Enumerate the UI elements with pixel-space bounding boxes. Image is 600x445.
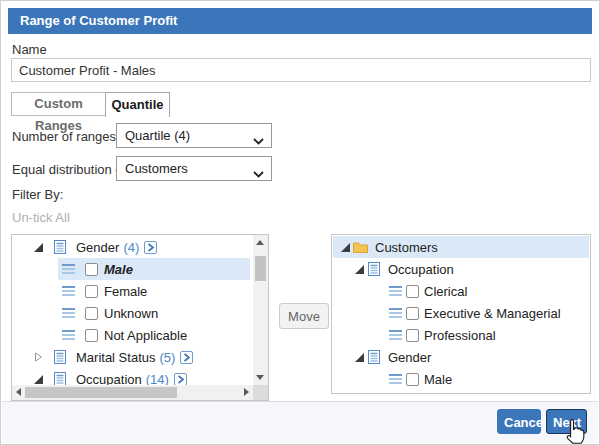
dropdown-chevron-icon xyxy=(253,133,264,148)
scroll-up-icon[interactable] xyxy=(256,240,264,245)
name-input[interactable] xyxy=(11,58,591,82)
checkbox[interactable] xyxy=(406,329,419,342)
drag-handle-icon[interactable] xyxy=(389,374,402,384)
equal-distribution-label: Equal distribution of xyxy=(12,162,126,177)
dimension-list-icon xyxy=(54,350,66,364)
tree-item-male-selected[interactable]: Male xyxy=(332,368,590,390)
mouse-cursor xyxy=(564,418,586,445)
tree-item-label: Not Applicable xyxy=(104,328,187,343)
expand-arrow-icon[interactable] xyxy=(180,351,193,364)
checkbox[interactable] xyxy=(85,329,98,342)
dialog-title: Range of Customer Profit xyxy=(8,8,592,34)
tree-item-label: Executive & Managerial xyxy=(424,306,561,321)
dimension-list-icon xyxy=(368,262,380,276)
tree-item-label: Occupation xyxy=(388,262,454,277)
tree-item-label: Male xyxy=(104,262,133,277)
horizontal-scrollbar[interactable] xyxy=(12,385,253,400)
checkbox[interactable] xyxy=(406,373,419,386)
tree-item-unknown[interactable]: Unknown xyxy=(12,302,253,324)
tree-item-count: (4) xyxy=(123,240,139,255)
tree-item-clerical[interactable]: Clerical xyxy=(332,280,590,302)
expanded-triangle-icon[interactable] xyxy=(355,353,364,362)
tree-item-label: Female xyxy=(104,284,147,299)
dialog-footer: Cancel Next xyxy=(2,401,598,443)
tree-item-label: Gender xyxy=(76,240,119,255)
tree-item-label: Professional xyxy=(424,328,496,343)
right-tree: Customers Occupation Clerical xyxy=(332,236,590,393)
drag-handle-icon[interactable] xyxy=(62,286,75,296)
tree-item-marital-status[interactable]: Marital Status (5) xyxy=(12,346,253,368)
dimension-list-icon xyxy=(54,372,66,385)
dimension-list-icon xyxy=(368,350,380,364)
checkbox[interactable] xyxy=(85,263,98,276)
tree-item-occupation[interactable]: Occupation (14) xyxy=(12,368,253,385)
dropdown-chevron-icon xyxy=(253,166,264,181)
tree-item-male[interactable]: Male xyxy=(12,258,253,280)
horizontal-scroll-thumb[interactable] xyxy=(25,387,177,398)
equal-distribution-select[interactable]: Customers xyxy=(116,156,272,181)
number-of-ranges-value: Quartile (4) xyxy=(125,128,190,143)
tree-item-label: Unknown xyxy=(104,306,158,321)
left-tree: Gender (4) Male Female xyxy=(12,236,253,385)
tree-item-executive-managerial[interactable]: Executive & Managerial xyxy=(332,302,590,324)
tree-item-occupation-group[interactable]: Occupation xyxy=(332,258,590,280)
vertical-scroll-thumb[interactable] xyxy=(255,256,266,281)
checkbox[interactable] xyxy=(85,307,98,320)
dimension-list-icon xyxy=(54,240,66,254)
tab-quantile[interactable]: Quantile xyxy=(105,92,170,117)
tab-custom-ranges[interactable]: Custom Ranges xyxy=(11,92,106,116)
tree-item-label: Marital Status xyxy=(76,350,155,365)
checkbox[interactable] xyxy=(85,285,98,298)
tree-item-label: Gender xyxy=(388,350,431,365)
expand-arrow-icon[interactable] xyxy=(144,241,157,254)
scroll-right-icon[interactable] xyxy=(244,388,249,396)
tree-item-label: Customers xyxy=(375,240,438,255)
tree-item-label: Male xyxy=(424,372,452,387)
name-label: Name xyxy=(12,42,47,57)
drag-handle-icon[interactable] xyxy=(62,330,75,340)
available-attributes-panel: Gender (4) Male Female xyxy=(11,234,269,401)
vertical-scrollbar[interactable] xyxy=(253,235,268,385)
number-of-ranges-label: Number of ranges xyxy=(12,129,116,144)
checkbox[interactable] xyxy=(406,285,419,298)
tree-item-label: Occupation xyxy=(76,372,142,386)
cancel-button[interactable]: Cancel xyxy=(497,409,541,434)
filter-by-label: Filter By: xyxy=(12,187,63,202)
selected-filters-panel: Customers Occupation Clerical xyxy=(331,234,591,394)
tree-item-professional[interactable]: Professional xyxy=(332,324,590,346)
drag-handle-icon[interactable] xyxy=(389,308,402,318)
tree-item-gender[interactable]: Gender (4) xyxy=(12,236,253,258)
equal-distribution-value: Customers xyxy=(125,161,188,176)
tree-item-not-applicable[interactable]: Not Applicable xyxy=(12,324,253,346)
tree-item-gender-group[interactable]: Gender xyxy=(332,346,590,368)
drag-handle-icon[interactable] xyxy=(389,286,402,296)
untick-all-link[interactable]: Un-tick All xyxy=(12,210,70,225)
expand-arrow-icon[interactable] xyxy=(174,373,187,386)
collapsed-triangle-icon[interactable] xyxy=(34,352,43,362)
tree-item-count: (14) xyxy=(146,372,169,386)
range-dialog: Range of Customer Profit Name Custom Ran… xyxy=(0,0,600,445)
drag-handle-icon[interactable] xyxy=(62,264,75,274)
tree-item-female[interactable]: Female xyxy=(12,280,253,302)
selection-highlight xyxy=(333,236,589,258)
move-button[interactable]: Move xyxy=(279,303,329,329)
expanded-triangle-icon[interactable] xyxy=(34,375,43,384)
scroll-left-icon[interactable] xyxy=(16,388,21,396)
drag-handle-icon[interactable] xyxy=(62,308,75,318)
expanded-triangle-icon[interactable] xyxy=(341,243,350,252)
tree-item-count: (5) xyxy=(159,350,175,365)
drag-handle-icon[interactable] xyxy=(389,330,402,340)
expanded-triangle-icon[interactable] xyxy=(34,243,43,252)
scroll-down-icon[interactable] xyxy=(256,375,264,380)
tree-item-label: Clerical xyxy=(424,284,467,299)
folder-icon xyxy=(353,241,368,253)
expanded-triangle-icon[interactable] xyxy=(355,265,364,274)
scrollbar-corner xyxy=(253,385,268,400)
checkbox[interactable] xyxy=(406,307,419,320)
tree-item-customers[interactable]: Customers xyxy=(332,236,590,258)
number-of-ranges-select[interactable]: Quartile (4) xyxy=(116,123,272,148)
